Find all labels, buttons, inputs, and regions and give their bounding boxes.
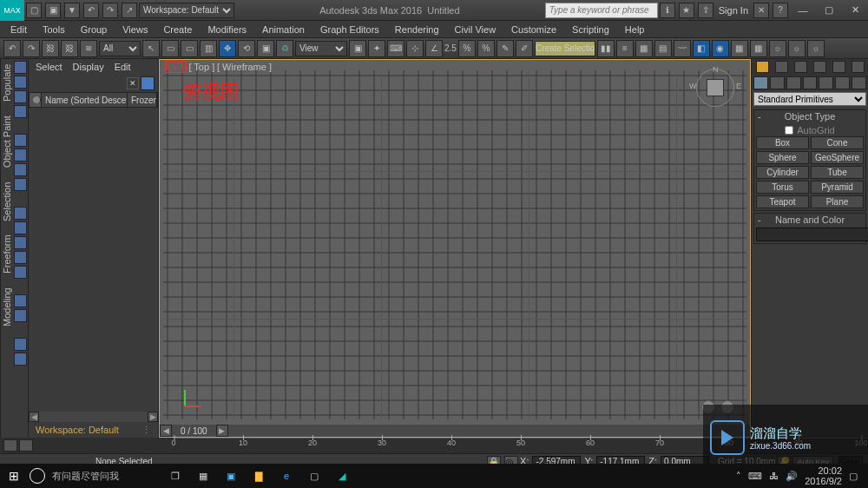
tray-clock[interactable]: 20:02 2016/9/2 [805, 465, 842, 486]
taskbar-app-folder[interactable]: ▇ [247, 466, 270, 485]
create-helpers-icon[interactable] [819, 76, 833, 89]
taskbar-app-store[interactable]: ▣ [220, 466, 242, 485]
primitive-teapot[interactable]: Teapot [756, 195, 809, 208]
render-setup-button[interactable]: ▦ [731, 40, 748, 57]
scene-tab-edit[interactable]: Edit [115, 62, 131, 72]
edit-selection-set-button[interactable]: ✎ [496, 40, 514, 57]
create-spacewarps-icon[interactable] [835, 76, 850, 89]
timeline-config-icon[interactable] [3, 439, 17, 452]
ribbon-icon-16[interactable] [14, 338, 27, 351]
ribbon-tab-object-paint[interactable]: Object Paint [2, 115, 12, 168]
viewport-label[interactable]: [ + ] [ Top ] [ Wireframe ] [165, 62, 272, 72]
create-shapes-icon[interactable] [770, 76, 785, 89]
rect-select-button[interactable]: ▭ [181, 40, 198, 57]
ribbon-icon-4[interactable] [14, 105, 27, 118]
cmd-utilities-icon[interactable] [852, 61, 865, 73]
ribbon-icon-9[interactable] [14, 207, 27, 220]
time-slider[interactable]: ◀ 0 / 100 ▶ [160, 425, 750, 437]
named-selection-button[interactable]: ✐ [516, 40, 533, 57]
select-move-button[interactable]: ✥ [219, 40, 236, 57]
use-pivot-button[interactable]: ▣ [349, 40, 366, 57]
close-button[interactable]: ✕ [842, 3, 868, 18]
taskbar-app-3dsmax[interactable]: ◢ [331, 466, 353, 485]
primitive-pyramid[interactable]: Pyramid [811, 181, 864, 194]
menu-civil-view[interactable]: Civil View [450, 24, 501, 35]
menu-edit[interactable]: Edit [5, 24, 32, 35]
name-color-rollout-header[interactable]: -Name and Color [754, 214, 865, 226]
scroll-left-icon[interactable]: ◀ [29, 412, 39, 422]
ribbon-icon-6[interactable] [14, 148, 27, 162]
ribbon-icon-14[interactable] [14, 294, 27, 307]
scene-tab-display[interactable]: Display [73, 62, 104, 72]
primitive-geosphere[interactable]: GeoSphere [811, 151, 864, 164]
create-systems-icon[interactable] [852, 76, 866, 89]
cortana-search-text[interactable]: 有问题尽管问我 [52, 470, 119, 483]
create-geometry-icon[interactable] [753, 76, 768, 89]
open-icon[interactable]: ▣ [45, 3, 61, 18]
redo-button[interactable]: ↷ [23, 40, 40, 57]
manipulate-button[interactable]: ✦ [368, 40, 385, 57]
align-button[interactable]: ≡ [616, 40, 634, 57]
ribbon-tab-freeform[interactable]: Freeform [2, 235, 12, 274]
select-name-button[interactable]: ▭ [161, 40, 179, 57]
menu-scripting[interactable]: Scripting [567, 24, 615, 35]
link-button[interactable]: ⛓ [42, 40, 59, 57]
primitive-tube[interactable]: Tube [811, 166, 864, 179]
cortana-icon[interactable] [30, 468, 45, 484]
tray-notifications-icon[interactable]: ▢ [849, 471, 858, 482]
undo-icon[interactable]: ↶ [83, 3, 99, 18]
start-button[interactable]: ⊞ [3, 467, 24, 485]
scene-filter-teapot-icon[interactable] [141, 76, 155, 90]
window-crossing-button[interactable]: ▥ [200, 40, 217, 57]
primitive-cone[interactable]: Cone [811, 136, 864, 149]
time-slider-prev[interactable]: ◀ [160, 425, 172, 437]
ribbon-icon-12[interactable] [14, 251, 27, 264]
render-iterative-button[interactable]: ☼ [769, 40, 786, 57]
ribbon-icon-1[interactable] [14, 61, 27, 74]
rendered-frame-button[interactable]: ▦ [750, 40, 767, 57]
ribbon-tab-modeling[interactable]: Modeling [2, 287, 12, 326]
select-rotate-button[interactable]: ⟲ [238, 40, 255, 57]
layer-explorer-button[interactable]: ▦ [635, 40, 653, 57]
star-icon[interactable]: ★ [679, 3, 694, 18]
help-icon[interactable]: ? [773, 3, 788, 18]
create-cameras-icon[interactable] [803, 76, 818, 89]
minimize-button[interactable]: — [790, 3, 816, 18]
cmd-modify-icon[interactable] [775, 61, 788, 73]
scene-clear-filter[interactable]: ✕ [127, 77, 139, 89]
ribbon-icon-5[interactable] [14, 134, 27, 147]
menu-modifiers[interactable]: Modifiers [202, 24, 252, 35]
percent-snap-button[interactable]: % [458, 40, 476, 57]
new-icon[interactable]: ▢ [26, 3, 42, 18]
snap-toggle-button[interactable]: ⊹ [406, 40, 424, 57]
keyboard-shortcut-button[interactable]: ⌨ [387, 40, 404, 57]
render-button[interactable]: ☼ [788, 40, 806, 57]
workspace-dropdown[interactable]: Workspace: Default [139, 3, 234, 18]
ribbon-icon-7[interactable] [14, 163, 27, 176]
ribbon-icon-17[interactable] [14, 353, 27, 366]
scene-col-frozen[interactable]: Frozen [128, 93, 157, 107]
selection-filter[interactable]: All [99, 41, 141, 56]
menu-rendering[interactable]: Rendering [390, 24, 444, 35]
ribbon-tab-selection[interactable]: Selection [2, 181, 12, 221]
primitive-box[interactable]: Box [756, 136, 809, 149]
cmd-create-icon[interactable] [756, 61, 769, 73]
menu-tools[interactable]: Tools [37, 24, 70, 35]
tray-network-icon[interactable]: 🖧 [769, 471, 779, 481]
workspace-options-icon[interactable]: ⋮ [141, 425, 151, 436]
ribbon-icon-10[interactable] [14, 221, 27, 234]
viewcube[interactable]: N W E [696, 69, 734, 107]
signin-link[interactable]: Sign In [719, 5, 748, 16]
menu-create[interactable]: Create [158, 24, 197, 35]
taskbar-app-explorer[interactable]: ▦ [192, 466, 214, 485]
tray-volume-icon[interactable]: 🔊 [786, 471, 798, 482]
scene-tab-select[interactable]: Select [36, 62, 62, 72]
bind-space-warp-button[interactable]: ≋ [80, 40, 97, 57]
ribbon-icon-13[interactable] [14, 266, 27, 279]
tray-chevron-icon[interactable]: ˄ [736, 471, 741, 482]
infocenter-icon[interactable]: ℹ [660, 3, 675, 18]
menu-graph-editors[interactable]: Graph Editors [315, 24, 385, 35]
ref-coord-dropdown[interactable]: View [295, 41, 347, 56]
scene-list[interactable] [29, 108, 158, 412]
select-object-button[interactable]: ↖ [142, 40, 160, 57]
